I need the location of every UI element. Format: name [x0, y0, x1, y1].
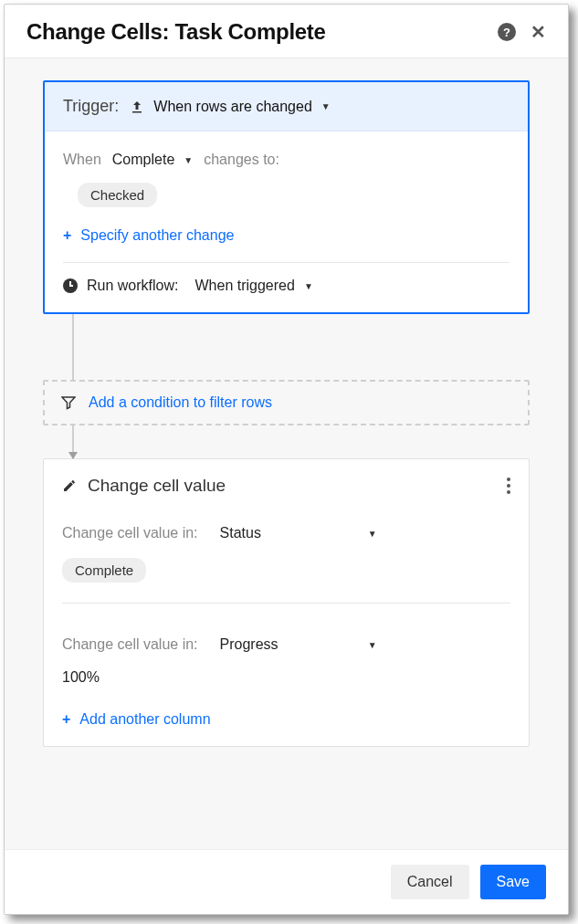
- change-value-2[interactable]: 100%: [62, 660, 510, 691]
- save-button[interactable]: Save: [480, 865, 546, 899]
- divider: [63, 262, 510, 263]
- specify-link-text: Specify another change: [80, 227, 234, 244]
- condition-link-text: Add a condition to filter rows: [89, 394, 272, 411]
- plus-icon: +: [62, 711, 70, 728]
- run-workflow-text: When triggered: [194, 278, 294, 294]
- trigger-value-chip[interactable]: Checked: [78, 183, 157, 207]
- add-another-column-link[interactable]: + Add another column: [44, 706, 529, 746]
- cancel-button[interactable]: Cancel: [391, 865, 469, 899]
- close-icon[interactable]: ✕: [531, 21, 546, 43]
- chevron-down-icon: ▼: [368, 529, 377, 539]
- modal-title: Change Cells: Task Complete: [26, 19, 498, 45]
- trigger-column-text: Complete: [112, 152, 174, 168]
- change-column-text-2: Progress: [220, 636, 278, 653]
- action-card: Change cell value Change cell value in: …: [43, 458, 530, 747]
- workflow-modal: Change Cells: Task Complete ? ✕ Trigger:…: [4, 4, 569, 915]
- change-value-chip-1[interactable]: Complete: [62, 558, 146, 583]
- trigger-type-text: When rows are changed: [153, 99, 311, 115]
- trigger-label: Trigger:: [63, 97, 119, 116]
- changes-to-label: changes to:: [204, 152, 279, 168]
- change-label-1: Change cell value in:: [62, 525, 198, 541]
- change-column-select-2[interactable]: Progress ▼: [216, 635, 381, 655]
- trigger-body: When Complete ▼ changes to: Checked + Sp…: [45, 131, 528, 312]
- chevron-down-icon: ▼: [321, 101, 331, 111]
- run-workflow-select[interactable]: When triggered ▼: [194, 278, 312, 294]
- add-column-link-text: Add another column: [79, 711, 210, 728]
- pencil-icon: [62, 478, 77, 493]
- plus-icon: +: [63, 227, 71, 244]
- action-header: Change cell value: [44, 459, 529, 518]
- action-title: Change cell value: [88, 476, 226, 496]
- condition-placeholder[interactable]: Add a condition to filter rows: [43, 380, 530, 425]
- upload-icon: [130, 100, 144, 114]
- change-column-select-1[interactable]: Status ▼: [216, 523, 381, 543]
- trigger-column-select[interactable]: Complete ▼: [112, 152, 193, 168]
- action-menu-icon[interactable]: [507, 478, 510, 494]
- trigger-type-select[interactable]: When rows are changed ▼: [130, 99, 330, 115]
- chevron-down-icon: ▼: [184, 155, 193, 165]
- action-change-2: Change cell value in: Progress ▼ 100%: [44, 629, 529, 706]
- filter-icon: [61, 395, 76, 410]
- trigger-card: Trigger: When rows are changed ▼ When Co…: [43, 80, 530, 314]
- run-workflow-label: Run workflow:: [87, 278, 178, 294]
- chevron-down-icon: ▼: [368, 640, 377, 650]
- modal-header: Change Cells: Task Complete ? ✕: [5, 5, 568, 58]
- action-change-1: Change cell value in: Status ▼ Complete: [44, 518, 529, 629]
- help-icon[interactable]: ?: [498, 23, 516, 41]
- specify-another-change-link[interactable]: + Specify another change: [63, 207, 510, 257]
- change-label-2: Change cell value in:: [62, 636, 198, 653]
- connector: [72, 314, 530, 380]
- clock-icon: [63, 278, 78, 293]
- chevron-down-icon: ▼: [304, 281, 313, 291]
- change-column-text-1: Status: [220, 525, 261, 541]
- modal-footer: Cancel Save: [5, 849, 568, 914]
- modal-body: Trigger: When rows are changed ▼ When Co…: [5, 58, 568, 849]
- connector-arrow: [72, 425, 530, 458]
- when-label: When: [63, 152, 101, 168]
- trigger-header: Trigger: When rows are changed ▼: [45, 82, 528, 131]
